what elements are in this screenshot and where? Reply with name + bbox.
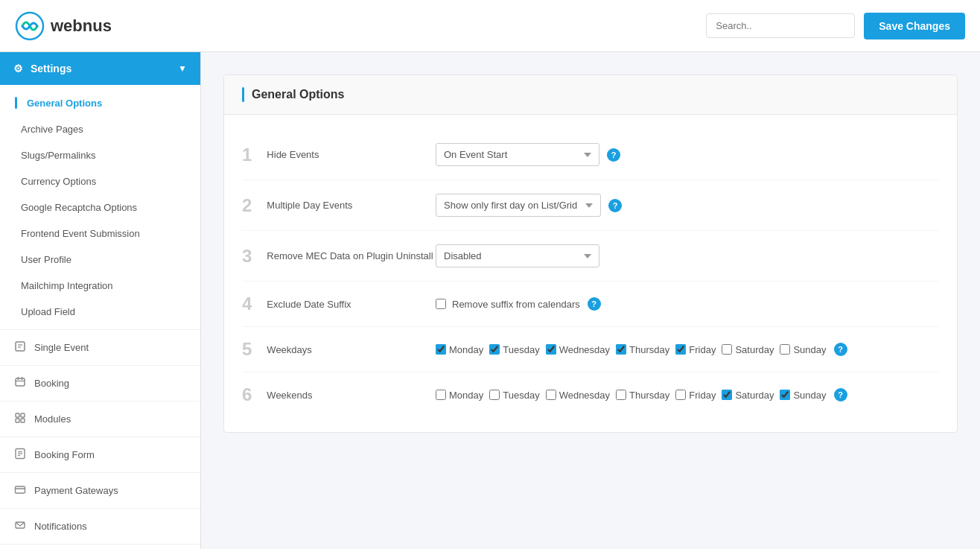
notifications-icon: [13, 519, 27, 533]
weekdays-wednesday-label: Wednesday: [559, 344, 610, 355]
booking-label: Booking: [34, 378, 69, 389]
form-row-remove-mec-data: 3Remove MEC Data on Plugin UninstallDisa…: [242, 231, 939, 282]
form-control-weekends: MondayTuesdayWednesdayThursdayFridaySatu…: [436, 388, 939, 402]
form-label-exclude-date-suffix: 4Exclude Date Suffix: [242, 295, 436, 313]
row-number-exclude-date-suffix: 4: [242, 295, 252, 313]
sidebar-sub-item-currency-options[interactable]: Currency Options: [0, 168, 200, 194]
header-accent-bar: [242, 87, 244, 102]
weekends-thursday-checkbox[interactable]: [616, 390, 626, 400]
row-label-text-exclude-date-suffix: Exclude Date Suffix: [267, 299, 351, 310]
weekdays-day-sunday: Sunday: [780, 344, 826, 355]
svg-rect-4: [16, 378, 25, 386]
settings-chevron-icon: ▼: [178, 63, 187, 74]
weekdays-monday-label: Monday: [449, 344, 483, 355]
form-row-weekdays: 5WeekdaysMondayTuesdayWednesdayThursdayF…: [242, 327, 939, 372]
svg-rect-8: [16, 413, 19, 417]
sidebar: ⚙ Settings ▼ General OptionsArchive Page…: [0, 52, 201, 549]
booking-icon: [13, 376, 27, 390]
form-control-hide-events: On Event StartAfter Event EndNever?: [436, 143, 939, 166]
sidebar-nav-modules[interactable]: Modules: [0, 401, 200, 437]
form-control-remove-mec-data: DisabledEnabled: [436, 244, 939, 267]
remove-mec-data-select[interactable]: DisabledEnabled: [436, 244, 599, 267]
weekends-day-monday: Monday: [436, 390, 483, 401]
exclude-date-suffix-checkbox-label[interactable]: Remove suffix from calendars: [436, 299, 580, 310]
weekdays-day-monday: Monday: [436, 344, 483, 355]
weekdays-checkbox-group: MondayTuesdayWednesdayThursdayFridaySatu…: [436, 344, 827, 355]
row-label-text-weekdays: Weekdays: [267, 344, 311, 355]
sidebar-sub-item-frontend-event[interactable]: Frontend Event Submission: [0, 220, 200, 247]
form-control-exclude-date-suffix: Remove suffix from calendars?: [436, 297, 939, 311]
sidebar-settings-title: ⚙ Settings: [13, 63, 71, 74]
weekdays-monday-checkbox[interactable]: [436, 344, 446, 355]
exclude-date-suffix-checkbox[interactable]: [436, 299, 446, 309]
exclude-date-suffix-help-icon[interactable]: ?: [588, 297, 601, 311]
form-row-exclude-date-suffix: 4Exclude Date SuffixRemove suffix from c…: [242, 282, 939, 327]
weekdays-day-thursday: Thursday: [616, 344, 669, 355]
sidebar-sub-item-slugs-permalinks[interactable]: Slugs/Permalinks: [0, 142, 200, 168]
sidebar-sub-item-upload-field[interactable]: Upload Field: [0, 299, 200, 325]
weekdays-friday-checkbox[interactable]: [675, 344, 686, 355]
svg-rect-11: [21, 419, 25, 422]
sidebar-sub-item-mailchimp[interactable]: Mailchimp Integration: [0, 273, 200, 299]
row-label-text-remove-mec-data: Remove MEC Data on Plugin Uninstall: [267, 250, 433, 261]
form-row-multiple-day-events: 2Multiple Day EventsShow only first day …: [242, 180, 939, 231]
notifications-label: Notifications: [34, 521, 87, 532]
weekends-checkbox-group: MondayTuesdayWednesdayThursdayFridaySatu…: [436, 390, 827, 401]
weekends-day-wednesday: Wednesday: [546, 390, 610, 401]
weekends-help-icon[interactable]: ?: [834, 388, 847, 402]
weekends-monday-label: Monday: [449, 390, 483, 401]
content-area: General Options 1Hide EventsOn Event Sta…: [201, 52, 980, 549]
weekends-tuesday-checkbox[interactable]: [489, 390, 500, 400]
sidebar-settings-header[interactable]: ⚙ Settings ▼: [0, 52, 200, 85]
weekdays-saturday-checkbox[interactable]: [722, 344, 732, 355]
multiple-day-events-help-icon[interactable]: ?: [608, 199, 622, 212]
weekdays-sunday-checkbox[interactable]: [780, 344, 790, 355]
weekdays-help-icon[interactable]: ?: [834, 343, 847, 356]
weekends-day-sunday: Sunday: [780, 390, 826, 401]
sidebar-sub-item-google-recaptcha[interactable]: Google Recaptcha Options: [0, 194, 200, 220]
weekends-friday-label: Friday: [689, 390, 716, 401]
weekdays-day-friday: Friday: [675, 344, 716, 355]
single-event-label: Single Event: [34, 342, 89, 353]
weekdays-wednesday-checkbox[interactable]: [546, 344, 556, 355]
form-label-remove-mec-data: 3Remove MEC Data on Plugin Uninstall: [242, 247, 436, 265]
sidebar-nav-booking-form[interactable]: Booking Form: [0, 437, 200, 472]
weekends-monday-checkbox[interactable]: [436, 390, 446, 400]
weekends-tuesday-label: Tuesday: [503, 390, 539, 401]
weekdays-tuesday-checkbox[interactable]: [489, 344, 500, 355]
booking-form-label: Booking Form: [34, 449, 95, 460]
weekdays-thursday-checkbox[interactable]: [616, 344, 626, 355]
sidebar-nav-booking[interactable]: Booking: [0, 365, 200, 401]
sidebar-nav-styling-options[interactable]: Styling Options: [0, 544, 200, 549]
settings-gear-icon: ⚙: [13, 63, 23, 74]
multiple-day-events-select[interactable]: Show only first day on List/GridShow all…: [436, 194, 601, 217]
form-label-weekends: 6Weekends: [242, 386, 436, 404]
modules-label: Modules: [34, 413, 71, 425]
sidebar-nav-single-event[interactable]: Single Event: [0, 329, 200, 365]
weekends-friday-checkbox[interactable]: [675, 390, 686, 400]
form-row-weekends: 6WeekendsMondayTuesdayWednesdayThursdayF…: [242, 372, 939, 417]
weekends-sunday-checkbox[interactable]: [780, 390, 790, 400]
sidebar-nav-notifications[interactable]: Notifications: [0, 508, 200, 544]
hide-events-help-icon[interactable]: ?: [607, 148, 620, 162]
weekdays-day-saturday: Saturday: [722, 344, 774, 355]
row-label-text-weekends: Weekends: [267, 390, 312, 401]
form-label-multiple-day-events: 2Multiple Day Events: [242, 197, 436, 215]
settings-label: Settings: [31, 63, 71, 74]
weekends-wednesday-label: Wednesday: [559, 390, 610, 401]
weekends-saturday-checkbox[interactable]: [722, 390, 732, 400]
sidebar-sub-item-archive-pages[interactable]: Archive Pages: [0, 116, 200, 142]
save-changes-button[interactable]: Save Changes: [864, 13, 965, 39]
svg-rect-1: [16, 342, 25, 351]
sidebar-sub-item-user-profile[interactable]: User Profile: [0, 247, 200, 273]
form-label-weekdays: 5Weekdays: [242, 340, 436, 358]
row-number-hide-events: 1: [242, 146, 252, 164]
weekends-wednesday-checkbox[interactable]: [546, 390, 556, 400]
sidebar-sub-item-general-options[interactable]: General Options: [0, 89, 200, 116]
search-input[interactable]: [706, 13, 855, 38]
header-right: Save Changes: [706, 13, 965, 39]
weekends-sunday-label: Sunday: [793, 390, 826, 401]
section-card-header: General Options: [224, 75, 957, 115]
hide-events-select[interactable]: On Event StartAfter Event EndNever: [436, 143, 599, 166]
sidebar-nav-payment-gateways[interactable]: Payment Gateways: [0, 472, 200, 508]
